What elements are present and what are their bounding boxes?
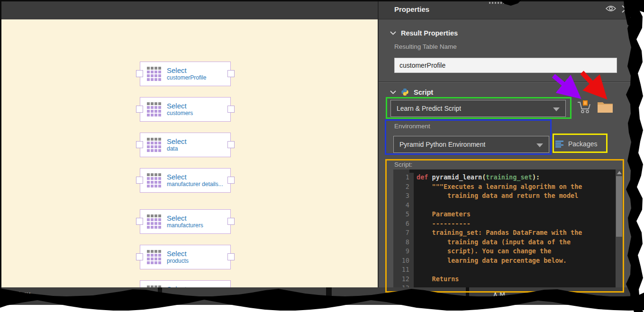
input-port[interactable] [136, 253, 143, 260]
code-lines: 1def pyramid_learn(training_set):2 """Ex… [393, 173, 623, 299]
code-line-7: 7 training_set: Pandas DataFrame with th… [393, 228, 623, 238]
code-line-8: 8 training data (input data of the [393, 238, 623, 247]
node-title: Select [167, 214, 203, 222]
drag-handle[interactable] [489, 2, 511, 4]
output-port[interactable] [227, 141, 235, 148]
code-line-3: 3 training data and return the model [393, 191, 623, 201]
properties-header: Properties [379, 0, 644, 19]
properties-panel: Properties Result Properties Resulting T… [378, 0, 644, 312]
node-title: Select [167, 102, 193, 110]
dock-tab[interactable]: ∧ M [469, 287, 630, 312]
node-subtitle: products [167, 258, 189, 265]
script-type-dropdown[interactable]: Learn & Predict Script [390, 100, 566, 117]
tab-bar [0, 1, 378, 19]
select-node-customerProfile[interactable]: SelectcustomerProfile [140, 62, 231, 86]
select-node-data[interactable]: Selectdata [140, 133, 231, 157]
code-line-10: 10 learning data percentage below. [393, 256, 623, 266]
code-line-2: 2 """Executes a learning algorithm on th… [393, 182, 623, 192]
code-line-11: 11 [393, 265, 623, 275]
script-code-editor[interactable]: 1def pyramid_learn(training_set):2 """Ex… [393, 169, 623, 299]
chevron-down-icon [390, 90, 396, 94]
scroll-up-icon[interactable] [617, 171, 622, 174]
node-title: Select [167, 173, 223, 181]
table-grid-icon [147, 214, 161, 229]
table-grid-icon [147, 67, 161, 81]
eye-icon[interactable] [605, 5, 617, 14]
output-port[interactable] [227, 253, 235, 260]
node-title: Select [167, 250, 189, 258]
collapse-panel-icon[interactable] [621, 5, 633, 14]
table-grid-icon [147, 138, 161, 152]
dock-tab-label: ∧ M [493, 290, 505, 298]
section-divider [379, 81, 644, 82]
select-node-products[interactable]: Selectproducts [140, 245, 231, 269]
section-title: Script [414, 89, 433, 96]
node-subtitle: manufacturer details... [167, 181, 223, 188]
node-title: Select [167, 137, 187, 145]
select-node-customers[interactable]: Selectcustomers [140, 97, 231, 122]
code-line-12: 12 Returns [393, 275, 623, 284]
dock-tab[interactable] [332, 287, 466, 312]
dropdown-value: Learn & Predict Script [397, 105, 461, 112]
input-port[interactable] [136, 106, 143, 113]
python-small-icon [401, 88, 409, 96]
environment-dropdown[interactable]: Pyramid Python Environment [393, 136, 549, 153]
input-port[interactable] [136, 70, 143, 77]
node-subtitle: customerProfile [167, 75, 206, 81]
open-folder-button[interactable] [597, 100, 614, 116]
dock-tab[interactable] [162, 287, 326, 312]
dock-tab-label: Prev [17, 290, 30, 298]
top-border [0, 0, 644, 1]
select-node-manufacturers[interactable]: Selectmanufacturers [140, 209, 231, 234]
editor-padding [393, 169, 623, 173]
output-port[interactable] [227, 177, 235, 184]
input-port[interactable] [136, 141, 143, 148]
dropdown-caret-icon [536, 143, 543, 147]
code-line-9: 9 script). You can change the [393, 247, 623, 256]
code-line-5: 5 Parameters [393, 210, 623, 219]
input-port[interactable] [136, 218, 143, 225]
dock-tab[interactable]: Prev [0, 287, 158, 312]
left-border [0, 0, 1, 289]
dropdown-caret-icon [553, 107, 560, 111]
output-port[interactable] [227, 218, 235, 225]
table-name-label: Resulting Table Name [394, 43, 457, 50]
input-port[interactable] [136, 177, 143, 184]
dropdown-value: Pyramid Python Environment [399, 141, 485, 148]
packages-label: Packages [568, 140, 597, 148]
scrollbar-thumb[interactable] [616, 176, 622, 237]
table-grid-icon [147, 173, 161, 187]
environment-label: Environment [394, 123, 430, 130]
node-subtitle: customers [167, 110, 193, 117]
resulting-table-name-input[interactable] [394, 58, 617, 73]
output-port[interactable] [227, 70, 235, 77]
node-title: Select [167, 66, 206, 74]
code-line-4: 4 [393, 201, 623, 210]
panel-title: Properties [394, 5, 429, 13]
node-subtitle: data [167, 146, 187, 152]
node-subtitle: manufacturers [167, 223, 203, 229]
chevron-down-icon [390, 31, 396, 35]
output-port[interactable] [227, 106, 235, 113]
code-line-1: 1def pyramid_learn(training_set): [393, 173, 623, 182]
section-title: Result Properties [401, 29, 458, 37]
result-properties-section-header[interactable]: Result Properties [390, 29, 458, 37]
code-line-6: 6 ---------- [393, 219, 623, 229]
script-label: Script: [394, 161, 412, 168]
script-section-header[interactable]: Script [390, 88, 433, 96]
bottom-dock-bar: Prev ∧ M [0, 287, 644, 312]
table-grid-icon [147, 102, 161, 116]
table-grid-icon [147, 250, 161, 264]
editor-scrollbar[interactable] [616, 169, 623, 299]
marketplace-cart-button[interactable] [577, 98, 592, 116]
list-icon [555, 140, 564, 148]
select-node-manufacturer-details[interactable]: Selectmanufacturer details... [140, 168, 231, 193]
packages-button[interactable]: Packages [555, 136, 606, 151]
